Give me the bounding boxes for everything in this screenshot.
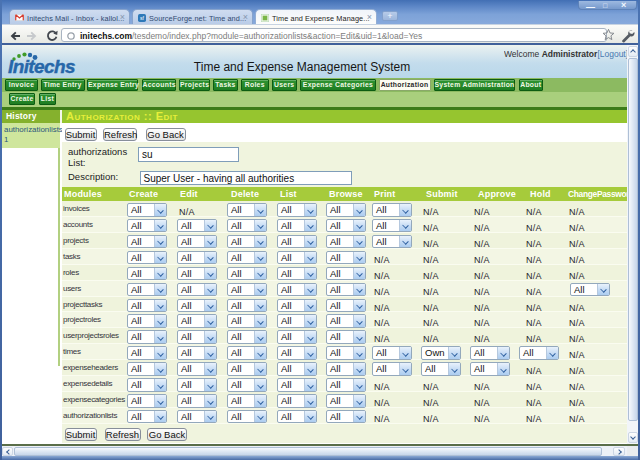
svg-text:sf: sf [140, 15, 145, 21]
